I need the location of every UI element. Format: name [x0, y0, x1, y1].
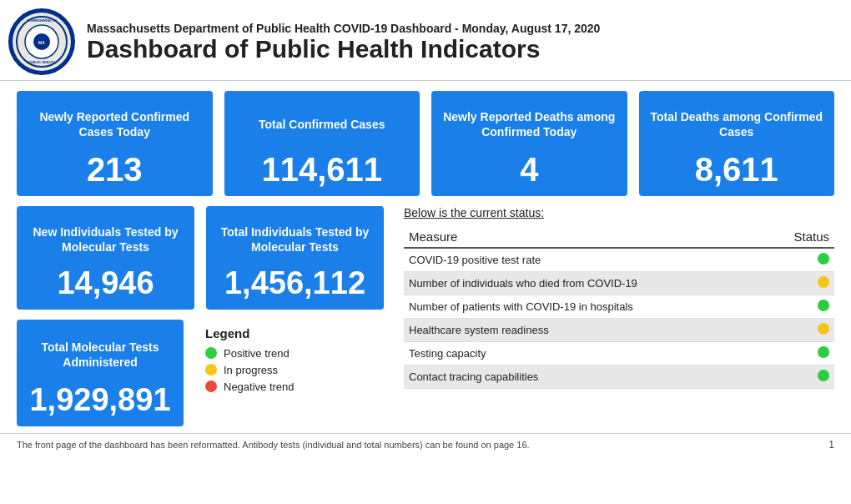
legend-label-red: Negative trend [224, 381, 295, 393]
bottom-section: New Individuals Tested by Molecular Test… [17, 206, 834, 426]
status-cell [765, 342, 834, 365]
card-total-individuals: Total Individuals Tested by Molecular Te… [206, 206, 384, 310]
legend-dot-red [205, 381, 217, 392]
status-dot [818, 346, 829, 358]
status-cell [765, 319, 834, 342]
top-cards-row: Newly Reported Confirmed Cases Today 213… [17, 91, 834, 196]
status-dot [818, 300, 829, 311]
svg-text:COMMONWEALTH: COMMONWEALTH [27, 18, 57, 23]
card-total-deaths: Total Deaths among Confirmed Cases 8,611 [639, 91, 835, 196]
footer-page: 1 [828, 439, 834, 451]
legend-item-green: Positive trend [205, 347, 374, 360]
card-total-confirmed: Total Confirmed Cases 114,611 [224, 91, 420, 196]
footer-text: The front page of the dashboard has been… [17, 440, 530, 450]
table-row: Contact tracing capabilities [404, 365, 834, 389]
col-status-header: Status [765, 226, 834, 248]
card-total-individuals-label: Total Individuals Tested by Molecular Te… [214, 216, 375, 263]
mid-cards-row: New Individuals Tested by Molecular Test… [17, 206, 384, 310]
legend-item-red: Negative trend [205, 381, 374, 393]
card-new-individuals-label: New Individuals Tested by Molecular Test… [25, 216, 186, 263]
status-table: Measure Status COVID-19 positive test ra… [404, 226, 834, 389]
legend-dot-green [205, 347, 217, 359]
card-total-deaths-value: 8,611 [647, 151, 827, 188]
measure-cell: COVID-19 positive test rate [404, 248, 765, 272]
status-cell [765, 272, 834, 295]
card-total-molecular-label: Total Molecular Tests Administered [25, 330, 175, 380]
status-cell [765, 365, 834, 389]
status-cell [765, 295, 834, 319]
svg-text:MA: MA [38, 40, 45, 45]
card-new-deaths: Newly Reported Deaths among Confirmed To… [431, 91, 627, 196]
header-title: Dashboard of Public Health Indicators [87, 35, 600, 63]
card-total-individuals-value: 1,456,112 [214, 266, 375, 301]
table-row: Number of individuals who died from COVI… [404, 272, 834, 295]
card-total-molecular: Total Molecular Tests Administered 1,929… [17, 320, 184, 426]
table-row: Healthcare system readiness [404, 319, 834, 342]
svg-text:PUBLIC HEALTH: PUBLIC HEALTH [28, 60, 55, 64]
legend-box: Legend Positive trend In progress Negati… [195, 320, 384, 404]
table-row: COVID-19 positive test rate [404, 248, 834, 272]
header: COMMONWEALTH PUBLIC HEALTH MA Massachuse… [0, 0, 851, 81]
status-dot [818, 323, 829, 335]
measure-cell: Testing capacity [404, 342, 765, 365]
bottom-left-row: Total Molecular Tests Administered 1,929… [17, 320, 384, 426]
status-dot [818, 370, 829, 381]
card-total-confirmed-label: Total Confirmed Cases [233, 101, 412, 148]
card-new-deaths-label: Newly Reported Deaths among Confirmed To… [440, 101, 619, 148]
card-new-individuals: New Individuals Tested by Molecular Test… [17, 206, 194, 310]
legend-title: Legend [205, 326, 374, 340]
legend-label-yellow: In progress [224, 364, 278, 376]
measure-cell: Number of patients with COVID-19 in hosp… [404, 295, 765, 319]
card-new-confirmed-value: 213 [25, 151, 204, 188]
measure-cell: Healthcare system readiness [404, 319, 765, 342]
right-panel: Below is the current status: Measure Sta… [395, 206, 834, 426]
legend-dot-yellow [205, 364, 217, 375]
card-total-molecular-value: 1,929,891 [25, 383, 175, 418]
table-row: Testing capacity [404, 342, 834, 365]
logo-inner: COMMONWEALTH PUBLIC HEALTH MA [13, 13, 71, 71]
table-row: Number of patients with COVID-19 in hosp… [404, 295, 834, 319]
logo: COMMONWEALTH PUBLIC HEALTH MA [8, 8, 75, 75]
status-cell [765, 248, 834, 272]
card-new-individuals-value: 14,946 [25, 266, 186, 301]
main-content: Newly Reported Confirmed Cases Today 213… [0, 81, 851, 430]
col-measure-header: Measure [404, 226, 765, 248]
card-new-deaths-value: 4 [440, 151, 619, 188]
status-dot [818, 253, 829, 265]
status-header-text: Below is the current status: [404, 206, 834, 219]
header-subtitle: Massachusetts Department of Public Healt… [87, 22, 600, 35]
legend-label-green: Positive trend [224, 347, 290, 360]
card-new-confirmed: Newly Reported Confirmed Cases Today 213 [17, 91, 213, 196]
measure-cell: Number of individuals who died from COVI… [404, 272, 765, 295]
card-total-deaths-label: Total Deaths among Confirmed Cases [647, 101, 827, 148]
measure-cell: Contact tracing capabilities [404, 365, 765, 389]
header-text-block: Massachusetts Department of Public Healt… [87, 22, 600, 63]
status-dot [818, 276, 829, 288]
card-new-confirmed-label: Newly Reported Confirmed Cases Today [25, 101, 204, 148]
legend-item-yellow: In progress [205, 364, 374, 376]
card-total-confirmed-value: 114,611 [233, 151, 412, 188]
footer: The front page of the dashboard has been… [0, 433, 851, 456]
left-section: New Individuals Tested by Molecular Test… [17, 206, 384, 426]
